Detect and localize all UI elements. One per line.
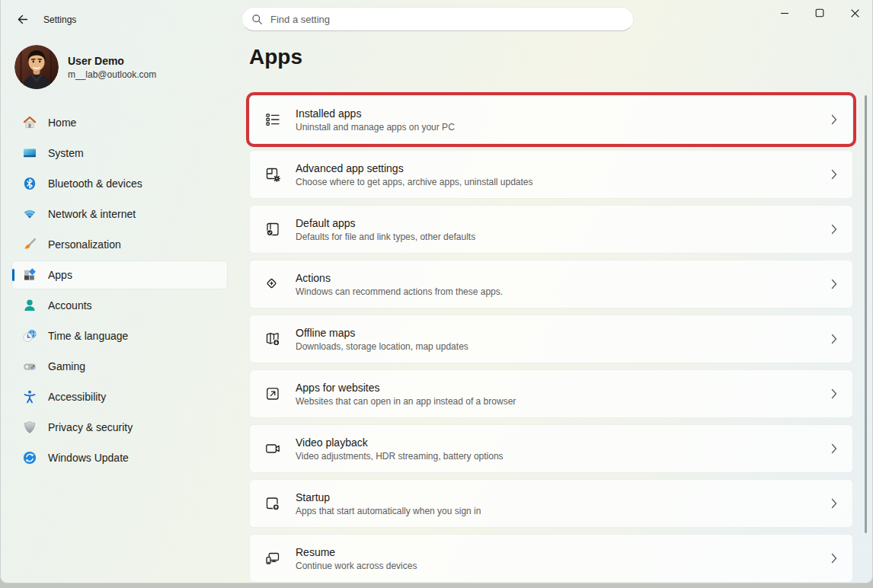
sidebar-item-bluetooth-devices[interactable]: Bluetooth & devices: [12, 170, 227, 197]
resume-icon: [250, 549, 296, 567]
row-subtitle: Video adjustments, HDR streaming, batter…: [296, 451, 831, 462]
advanced-app-settings-icon: [250, 165, 296, 184]
default-apps-icon: [250, 220, 296, 238]
network-icon: [22, 206, 37, 222]
sidebar-item-label: Accounts: [48, 299, 92, 312]
sidebar-item-label: Network & internet: [48, 208, 136, 220]
sidebar-item-label: Personalization: [48, 238, 121, 251]
row-subtitle: Choose where to get apps, archive apps, …: [296, 177, 831, 187]
row-title: Startup: [296, 491, 831, 503]
row-title: Actions: [296, 272, 831, 284]
offline-maps-icon: [250, 330, 296, 348]
row-resume[interactable]: ResumeContinue work across devices: [249, 534, 853, 583]
chevron-right-icon: [831, 334, 852, 344]
row-default-apps[interactable]: Default appsDefaults for file and link t…: [249, 205, 853, 254]
user-email: m__lab@outlook.com: [68, 69, 156, 80]
sidebar-item-network-internet[interactable]: Network & internet: [12, 200, 227, 228]
actions-icon: [250, 275, 296, 293]
row-title: Default apps: [296, 217, 831, 229]
accounts-icon: [22, 298, 37, 313]
sidebar-item-personalization[interactable]: Personalization: [12, 231, 227, 258]
row-subtitle: Downloads, storage location, map updates: [296, 341, 831, 352]
row-subtitle: Apps that start automatically when you s…: [296, 506, 831, 516]
sidebar-nav: Home System Bluetooth & devices Network …: [12, 109, 227, 475]
system-icon: [22, 145, 37, 161]
user-name: User Demo: [68, 55, 156, 67]
row-offline-maps[interactable]: Offline mapsDownloads, storage location,…: [249, 315, 853, 363]
row-title: Installed apps: [296, 107, 831, 120]
chevron-right-icon: [831, 388, 852, 399]
back-button[interactable]: [11, 9, 34, 30]
sidebar-item-home[interactable]: Home: [12, 109, 227, 136]
row-subtitle: Websites that can open in an app instead…: [296, 396, 831, 407]
chevron-right-icon: [831, 443, 852, 454]
scrollbar[interactable]: [865, 95, 867, 533]
installed-apps-icon: [250, 110, 296, 129]
user-profile[interactable]: User Demo m__lab@outlook.com: [14, 45, 156, 89]
sidebar-item-system[interactable]: System: [12, 139, 227, 167]
app-title: Settings: [43, 14, 76, 25]
home-icon: [22, 115, 37, 130]
sidebar-item-label: Gaming: [48, 360, 85, 372]
row-subtitle: Defaults for file and link types, other …: [296, 232, 831, 242]
row-advanced-app-settings[interactable]: Advanced app settingsChoose where to get…: [249, 150, 853, 199]
sidebar-item-label: Accessibility: [48, 391, 106, 403]
avatar: [14, 45, 59, 89]
row-video-playback[interactable]: Video playbackVideo adjustments, HDR str…: [249, 424, 853, 473]
row-title: Apps for websites: [296, 382, 831, 394]
chevron-right-icon: [831, 279, 852, 289]
apps-icon: [22, 267, 37, 283]
sidebar-item-label: System: [48, 147, 84, 159]
sidebar-item-apps[interactable]: Apps: [12, 261, 227, 289]
sidebar-item-label: Home: [48, 117, 76, 129]
accessibility-icon: [22, 389, 37, 404]
sidebar-item-time-language[interactable]: Time & language: [12, 322, 227, 350]
row-apps-for-websites[interactable]: Apps for websitesWebsites that can open …: [249, 369, 853, 418]
sidebar-item-label: Bluetooth & devices: [48, 177, 142, 190]
sidebar-item-label: Apps: [48, 269, 72, 281]
video-playback-icon: [250, 439, 296, 458]
sidebar-item-windows-update[interactable]: Windows Update: [12, 444, 227, 471]
sidebar-item-label: Time & language: [48, 330, 128, 342]
settings-window: Settings: [0, 0, 873, 583]
sidebar-item-accounts[interactable]: Accounts: [12, 292, 227, 319]
sidebar-item-privacy-security[interactable]: Privacy & security: [12, 414, 227, 441]
gaming-icon: [22, 359, 37, 374]
settings-list: Installed appsUninstall and manage apps …: [249, 95, 853, 583]
apps-for-websites-icon: [250, 385, 296, 403]
chevron-right-icon: [831, 114, 852, 125]
row-title: Resume: [296, 546, 831, 558]
row-installed-apps[interactable]: Installed appsUninstall and manage apps …: [249, 95, 853, 144]
sidebar-item-label: Privacy & security: [48, 421, 133, 433]
chevron-right-icon: [831, 169, 852, 180]
row-startup[interactable]: StartupApps that start automatically whe…: [249, 479, 853, 528]
row-subtitle: Windows can recommend actions from these…: [296, 286, 831, 297]
row-subtitle: Uninstall and manage apps on your PC: [296, 122, 831, 133]
personalization-icon: [22, 237, 37, 252]
sidebar-item-gaming[interactable]: Gaming: [12, 353, 227, 380]
privacy-security-icon: [22, 420, 37, 435]
row-title: Offline maps: [296, 327, 831, 339]
sidebar-item-label: Windows Update: [48, 452, 129, 464]
bluetooth-icon: [22, 176, 37, 191]
startup-icon: [250, 494, 296, 513]
chevron-right-icon: [831, 553, 852, 564]
sidebar-item-accessibility[interactable]: Accessibility: [12, 383, 227, 411]
chevron-right-icon: [831, 498, 852, 509]
main-content: Apps Installed appsUninstall and manage …: [249, 0, 853, 583]
page-title: Apps: [249, 43, 853, 72]
time-language-icon: [22, 328, 37, 344]
windows-update-icon: [22, 450, 37, 465]
back-arrow-icon: [16, 13, 29, 26]
chevron-right-icon: [831, 224, 852, 235]
row-title: Video playback: [296, 436, 831, 449]
row-actions[interactable]: ActionsWindows can recommend actions fro…: [249, 260, 853, 308]
row-title: Advanced app settings: [296, 162, 831, 174]
row-subtitle: Continue work across devices: [296, 561, 831, 571]
